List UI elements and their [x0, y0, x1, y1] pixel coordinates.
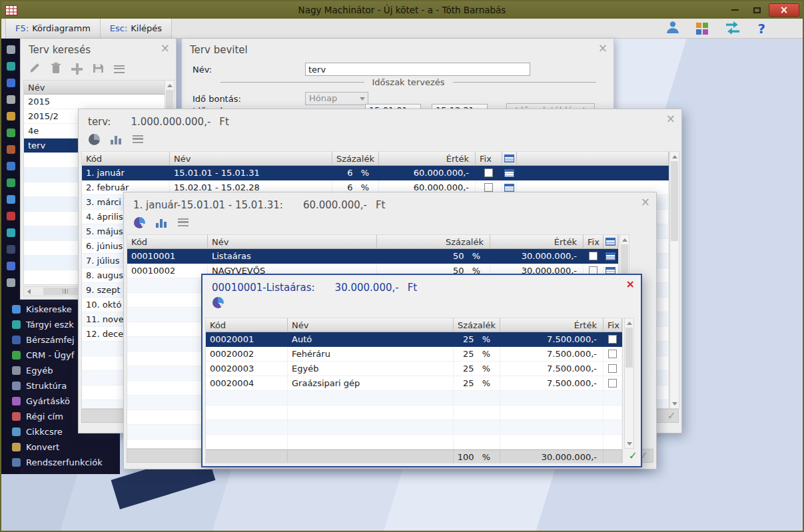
maximize-button[interactable]: [747, 3, 767, 17]
apps-grid-icon[interactable]: [696, 23, 708, 35]
sidebar-tool-icon[interactable]: [7, 145, 15, 154]
scroll-up-button[interactable]: [620, 235, 629, 244]
scrollbar-thumb[interactable]: [625, 328, 633, 368]
pie-chart-icon[interactable]: [89, 134, 100, 145]
sidebar-tool-icon[interactable]: [7, 262, 15, 270]
minimize-button[interactable]: [725, 3, 745, 17]
scrollbar-thumb[interactable]: [671, 161, 678, 241]
close-icon[interactable]: ×: [598, 43, 607, 54]
sidebar-tool-icon[interactable]: [7, 45, 15, 54]
help-icon[interactable]: ?: [757, 21, 765, 37]
bar-chart-icon[interactable]: [111, 134, 122, 144]
table-row-selected[interactable]: 00010001 Listaáras 50% 30.000.000,-: [127, 249, 618, 264]
detail-grid-icon[interactable]: [605, 252, 615, 260]
table-row[interactable]: 00020002 Fehéráru 25% 7.500.000,-: [206, 347, 622, 362]
ido-bontas-label: Idő bontás:: [193, 94, 241, 104]
fix-checkbox[interactable]: [484, 183, 493, 192]
sidebar-tool-icon[interactable]: [7, 129, 15, 137]
user-icon[interactable]: [665, 20, 680, 37]
fix-checkbox[interactable]: [608, 335, 617, 344]
fix-checkbox[interactable]: [608, 350, 617, 358]
popup-toolbar: [202, 294, 641, 311]
scroll-up-button[interactable]: [670, 152, 679, 161]
col-nev: Név: [208, 235, 377, 249]
menu-tab-kordiagramm[interactable]: F5: Kördiagramm: [5, 19, 101, 38]
sidebar-tool-icon[interactable]: [7, 178, 15, 187]
popup-title: terv: 1.000.000.000,- Ft: [79, 109, 681, 128]
popup-title: 1. január-15.01.01 - 15.01.31: 60.000.00…: [124, 192, 656, 211]
ok-check-button[interactable]: ✓: [629, 449, 637, 462]
scroll-down-button[interactable]: [670, 399, 679, 408]
col-szazalek: Százalék: [377, 235, 490, 249]
detail-grid-icon[interactable]: [504, 184, 514, 192]
arrow-down-icon: [627, 442, 632, 445]
scroll-up-button[interactable]: [165, 81, 174, 90]
titlebar: Nagy Machinátor - Új kötet - a - Tóth Ba…: [1, 1, 803, 19]
terv-name-input[interactable]: [305, 63, 530, 76]
menu-hamburger-icon[interactable]: [178, 218, 189, 226]
sidebar-tool-icon[interactable]: [7, 79, 15, 87]
scroll-up-button[interactable]: [625, 318, 633, 328]
col-kod: Kód: [127, 235, 208, 249]
edit-pencil-icon[interactable]: [29, 62, 41, 76]
menubar: F5: Kördiagramm Esc: Kilépés ?: [1, 19, 803, 39]
col-kod: Kód: [82, 152, 170, 166]
menu-tab-kilepes[interactable]: Esc: Kilépés: [101, 19, 172, 38]
pie-chart-icon[interactable]: [212, 297, 224, 308]
fix-checkbox[interactable]: [608, 379, 617, 388]
scroll-left-button[interactable]: [24, 287, 34, 296]
list-header-nev[interactable]: Név: [24, 81, 165, 95]
sidebar-tool-icon[interactable]: [7, 195, 15, 204]
confirm-check-icon[interactable]: ✓: [667, 409, 676, 422]
close-icon[interactable]: ×: [161, 43, 170, 54]
table-row-empty[interactable]: [206, 420, 622, 435]
panel-title: Terv keresés: [21, 39, 176, 56]
grid-icon: [605, 238, 615, 246]
add-plus-icon[interactable]: [71, 63, 83, 75]
table-row-selected[interactable]: 1. január 15.01.01 - 15.01.31 6% 60.000.…: [82, 166, 669, 180]
bar-chart-icon[interactable]: [156, 218, 167, 228]
sidebar-item-konvert[interactable]: Konvert: [1, 439, 120, 455]
save-floppy-icon[interactable]: [93, 63, 104, 76]
terv-kereses-toolbar: [21, 56, 176, 79]
fix-checkbox[interactable]: [608, 364, 617, 373]
ido-bontas-select[interactable]: Hónap: [305, 92, 368, 105]
popup-title-currency: Ft: [408, 282, 418, 294]
fix-checkbox[interactable]: [484, 168, 493, 177]
table-row-empty[interactable]: [206, 391, 622, 405]
list-item[interactable]: 2015: [24, 95, 165, 109]
popup-toolbar: [124, 211, 656, 231]
fix-checkbox[interactable]: [589, 252, 598, 260]
close-button[interactable]: ×: [769, 3, 799, 17]
vertical-scrollbar[interactable]: [624, 318, 634, 449]
table-row-empty[interactable]: [206, 435, 622, 449]
table-row-empty[interactable]: [206, 405, 622, 420]
menu-hamburger-icon[interactable]: [114, 65, 125, 73]
sidebar-tool-icon[interactable]: [7, 245, 15, 254]
popup-title: 00010001-Listaáras: 30.000.000,- Ft: [202, 275, 641, 294]
table-row[interactable]: 00020003 Egyéb 25% 7.500.000,-: [206, 362, 622, 376]
sidebar-item-rendszerfunkciok[interactable]: Rendszerfunkciók: [1, 455, 120, 470]
menu-hamburger-icon[interactable]: [133, 135, 143, 143]
sidebar-tool-icon[interactable]: [7, 95, 15, 104]
sidebar-tool-icon[interactable]: [7, 212, 15, 220]
delete-trash-icon[interactable]: [51, 62, 61, 76]
popup-title-name: terv:: [88, 116, 111, 128]
col-nev: Név: [170, 152, 332, 166]
transfer-arrows-icon[interactable]: [724, 21, 741, 37]
close-icon[interactable]: ×: [626, 279, 635, 290]
scroll-down-button[interactable]: [625, 439, 633, 448]
vertical-scrollbar[interactable]: [669, 151, 679, 409]
sidebar-tool-icon[interactable]: [7, 278, 15, 287]
close-icon[interactable]: ×: [641, 196, 650, 208]
table-row[interactable]: 00020004 Graázsipari gép 25% 7.500.000,-: [206, 376, 622, 391]
close-icon[interactable]: ×: [666, 113, 675, 125]
sidebar-tool-icon[interactable]: [7, 112, 15, 121]
detail-grid-icon[interactable]: [504, 169, 514, 177]
sidebar-tool-icon[interactable]: [7, 162, 15, 170]
chevron-down-icon: [360, 97, 365, 101]
pie-chart-icon[interactable]: [134, 217, 145, 228]
sidebar-tool-icon[interactable]: [7, 62, 15, 71]
sidebar-tool-icon[interactable]: [7, 228, 15, 237]
table-row-selected[interactable]: 00020001 Autó 25% 7.500.000,-: [206, 332, 622, 347]
